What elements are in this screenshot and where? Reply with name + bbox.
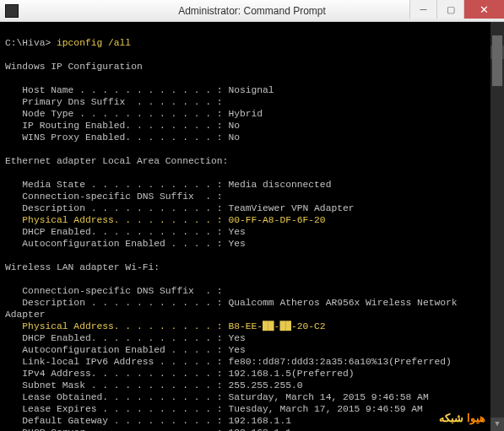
- field-label: Host Name . . . . . . . . . . . . :: [5, 85, 228, 95]
- section-header: Wireless LAN adapter Wi-Fi:: [5, 262, 160, 272]
- terminal-output[interactable]: C:\Hiva> ipconfig /all Windows IP Config…: [0, 22, 504, 431]
- field-label: Media State . . . . . . . . . . . :: [5, 180, 228, 190]
- field-value: Nosignal: [228, 85, 274, 95]
- command-text: ipconfig /all: [57, 38, 131, 48]
- field-label: Node Type . . . . . . . . . . . . :: [5, 109, 228, 119]
- field-value: fe80::dd87:ddd3:2a35:6a10%13(Preferred): [228, 357, 451, 367]
- maximize-button[interactable]: ▢: [436, 0, 463, 19]
- field-value: 192.168.1.1: [228, 416, 291, 426]
- field-value: Media disconnected: [228, 180, 331, 190]
- field-label: Autoconfiguration Enabled . . . . :: [5, 345, 228, 355]
- field-label: Autoconfiguration Enabled . . . . :: [5, 239, 228, 249]
- field-label: DHCP Server . . . . . . . . . . . :: [5, 428, 228, 431]
- field-label: IPv4 Address. . . . . . . . . . . :: [5, 369, 228, 379]
- field-value: Yes: [228, 239, 245, 249]
- app-icon: [5, 4, 19, 18]
- field-label-physical: Physical Address. . . . . . . . . :: [5, 215, 228, 225]
- field-value: No: [228, 132, 240, 143]
- window-title: Administrator: Command Prompt: [178, 5, 326, 17]
- field-value: TeamViewer VPN Adapter: [228, 203, 354, 213]
- field-value: 192.168.1.5(Preferred): [228, 369, 354, 379]
- titlebar: Administrator: Command Prompt ─ ▢ ✕: [0, 0, 504, 22]
- watermark: هیوا شبکه: [439, 412, 485, 424]
- watermark-word2: شبکه: [439, 412, 463, 424]
- field-label: Link-local IPv6 Address . . . . . :: [5, 357, 228, 367]
- field-label: Connection-specific DNS Suffix . :: [5, 286, 223, 296]
- field-value: 192.168.1.1: [228, 428, 291, 431]
- field-label: DHCP Enabled. . . . . . . . . . . :: [5, 333, 228, 343]
- watermark-word1: هیوا: [467, 412, 485, 424]
- field-value-physical: 00-FF-A8-DF-6F-20: [228, 215, 325, 225]
- field-value: Qualcomm Atheros AR956x Wireless Network: [228, 298, 457, 308]
- field-value: 255.255.255.0: [228, 380, 302, 391]
- field-label: Default Gateway . . . . . . . . . :: [5, 416, 228, 426]
- scroll-down-button[interactable]: ▼: [490, 418, 504, 431]
- scroll-thumb[interactable]: [492, 35, 502, 86]
- field-label: Subnet Mask . . . . . . . . . . . :: [5, 380, 228, 391]
- field-label: WINS Proxy Enabled. . . . . . . . :: [5, 132, 228, 143]
- field-label: Primary Dns Suffix . . . . . . . :: [5, 97, 223, 107]
- window-controls: ─ ▢ ✕: [409, 0, 504, 21]
- prompt-path: C:\Hiva>: [5, 38, 51, 48]
- field-label: IP Routing Enabled. . . . . . . . :: [5, 121, 228, 131]
- field-label: Description . . . . . . . . . . . :: [5, 203, 228, 213]
- field-label-physical: Physical Address. . . . . . . . . :: [5, 321, 228, 331]
- field-label: Lease Expires . . . . . . . . . . :: [5, 404, 228, 414]
- section-header: Ethernet adapter Local Area Connection:: [5, 156, 228, 166]
- field-label: Connection-specific DNS Suffix . :: [5, 191, 223, 202]
- field-value: Tuesday, March 17, 2015 9:46:59 AM: [228, 404, 423, 414]
- field-value: Yes: [228, 227, 245, 237]
- field-value: Hybrid: [228, 109, 263, 119]
- field-value: No: [228, 121, 240, 131]
- field-value: Saturday, March 14, 2015 9:46:58 AM: [228, 392, 428, 402]
- adapter-continuation: Adapter: [5, 310, 45, 320]
- field-value: Yes: [228, 333, 245, 343]
- field-label: DHCP Enabled. . . . . . . . . . . :: [5, 227, 228, 237]
- scrollbar[interactable]: ▲ ▼: [490, 22, 504, 431]
- field-label: Lease Obtained. . . . . . . . . . :: [5, 392, 228, 402]
- close-button[interactable]: ✕: [463, 0, 504, 19]
- section-header: Windows IP Configuration: [5, 62, 143, 72]
- field-value: Yes: [228, 345, 245, 355]
- field-value-physical: B8-EE-██-██-20-C2: [228, 321, 325, 331]
- minimize-button[interactable]: ─: [409, 0, 436, 19]
- field-label: Description . . . . . . . . . . . :: [5, 298, 228, 308]
